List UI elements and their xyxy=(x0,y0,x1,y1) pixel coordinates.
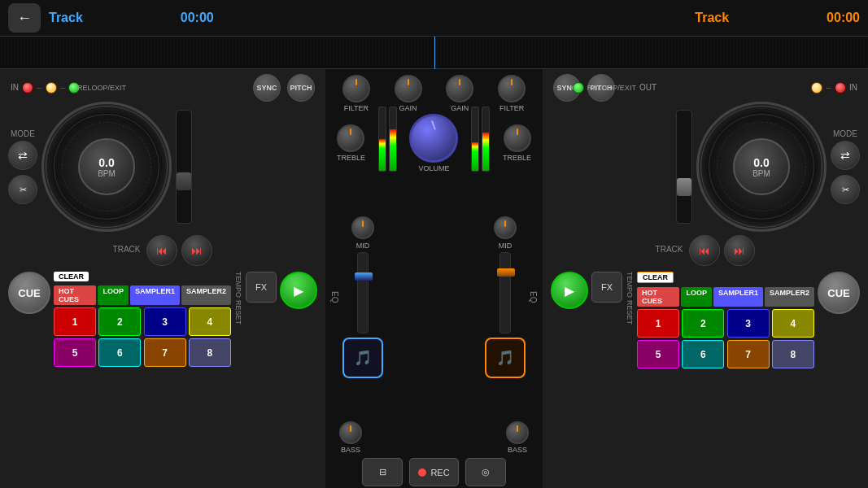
right-bpm-value: 0.0 xyxy=(753,156,769,169)
right-in-led[interactable] xyxy=(835,82,846,94)
left-sampler1-tab[interactable]: SAMPLER1 xyxy=(130,285,180,305)
left-in-led[interactable] xyxy=(22,82,33,94)
left-hot-cues-tab[interactable]: HOT CUES xyxy=(54,285,96,305)
right-out-led[interactable] xyxy=(811,82,822,94)
volume-knob[interactable] xyxy=(409,114,458,163)
left-clear-button[interactable]: CLEAR xyxy=(54,272,89,281)
right-channel-fader[interactable] xyxy=(499,252,511,333)
rec-button[interactable]: REC xyxy=(409,458,458,486)
left-sync-button[interactable]: SYNC xyxy=(253,74,281,102)
left-pad-3[interactable]: 3 xyxy=(144,307,186,336)
right-pad-3[interactable]: 3 xyxy=(727,309,770,338)
gain-right-knob[interactable] xyxy=(446,75,473,102)
right-bottom-controls: CUE CLEAR HOT CUES LOOP SAMPLER1 SAMPLER… xyxy=(547,269,864,371)
left-turntable[interactable]: 0.0 BPM xyxy=(41,102,172,232)
right-pitch-fader[interactable] xyxy=(676,110,692,224)
mid-left-knob[interactable] xyxy=(351,216,374,239)
right-sampler2-tab[interactable]: SAMPLER2 xyxy=(765,287,814,307)
right-in-out-group: – IN xyxy=(811,82,857,94)
left-pad-1[interactable]: 1 xyxy=(54,307,96,336)
vu-meters-right xyxy=(471,115,490,172)
vu-meter-3 xyxy=(471,107,479,172)
eq-left-label: EQ xyxy=(330,291,339,303)
bass-left-label: BASS xyxy=(341,446,360,454)
back-button[interactable]: ← xyxy=(8,3,41,33)
left-track-name: Track xyxy=(49,11,83,25)
left-reset-button[interactable]: RESET xyxy=(234,300,242,325)
right-fader-handle[interactable] xyxy=(497,268,515,277)
left-track-time: 00:00 xyxy=(181,11,214,25)
top-bar: ← Track 00:00 Track 00:00 xyxy=(0,0,868,37)
right-mode-btn-1[interactable]: ⇄ xyxy=(831,141,860,170)
add-library-left-button[interactable]: 🎵 xyxy=(342,338,383,378)
treble-left-label: TREBLE xyxy=(337,154,365,162)
bass-right-knob[interactable] xyxy=(506,421,529,444)
right-clear-button[interactable]: CLEAR xyxy=(637,272,674,283)
target-button[interactable]: ◎ xyxy=(465,458,506,486)
right-pad-7[interactable]: 7 xyxy=(727,340,770,368)
left-prev-track-button[interactable]: ⏮ xyxy=(146,235,177,266)
right-pad-8[interactable]: 8 xyxy=(772,340,814,368)
add-library-right-button[interactable]: 🎵 xyxy=(485,338,526,378)
right-prev-track-button[interactable]: ⏮ xyxy=(689,235,720,266)
left-cue-button[interactable]: CUE xyxy=(8,272,50,314)
left-sampler2-tab[interactable]: SAMPLER2 xyxy=(181,285,231,305)
right-loop-tab[interactable]: LOOP xyxy=(681,287,712,307)
mixer-adjust-button[interactable]: ⊟ xyxy=(362,458,403,486)
left-next-track-button[interactable]: ⏭ xyxy=(181,235,212,266)
right-turntable[interactable]: 0.0 BPM xyxy=(696,102,827,232)
right-pitch-handle[interactable] xyxy=(677,178,691,196)
filter-right-knob[interactable] xyxy=(498,75,526,102)
left-pad-7[interactable]: 7 xyxy=(144,338,186,367)
filter-left-knob[interactable] xyxy=(342,75,370,102)
right-pad-2[interactable]: 2 xyxy=(682,309,724,338)
left-pitch-handle[interactable] xyxy=(177,172,191,190)
right-mode-label: MODE xyxy=(833,129,857,138)
right-channel-fader-area: MID 🎵 xyxy=(485,216,526,378)
left-pad-grid: 1 2 3 4 5 6 7 8 xyxy=(54,307,231,367)
left-pad-4[interactable]: 4 xyxy=(189,307,231,336)
gain-left-knob[interactable] xyxy=(395,75,422,102)
right-pad-5[interactable]: 5 xyxy=(637,340,679,368)
treble-right-knob-container: TREBLE xyxy=(503,124,531,162)
right-fx-button[interactable]: FX xyxy=(591,272,622,303)
right-mode-btn-2[interactable]: ✂ xyxy=(831,175,860,204)
right-hot-cues-tab[interactable]: HOT CUES xyxy=(637,287,679,307)
right-cue-button[interactable]: CUE xyxy=(818,272,860,314)
left-play-button[interactable]: ▶ xyxy=(280,272,317,309)
left-pitch-fader[interactable] xyxy=(176,110,192,224)
left-mode-buttons: ⇄ ✂ xyxy=(8,141,37,204)
left-loop-tab[interactable]: LOOP xyxy=(98,285,129,305)
left-mode-btn-2[interactable]: ✂ xyxy=(8,175,37,204)
gain-right-label: GAIN xyxy=(451,104,469,112)
left-pad-2[interactable]: 2 xyxy=(98,307,141,336)
left-fx-button[interactable]: FX xyxy=(246,272,277,303)
treble-right-knob[interactable] xyxy=(504,124,531,152)
mid-right-knob[interactable] xyxy=(494,216,517,239)
right-green-led[interactable] xyxy=(573,82,584,94)
right-sampler1-tab[interactable]: SAMPLER1 xyxy=(713,287,763,307)
right-reset-button[interactable]: RESET xyxy=(626,300,634,325)
right-pad-6[interactable]: 6 xyxy=(682,340,724,368)
left-fader-handle[interactable] xyxy=(355,272,373,281)
left-pitch-button[interactable]: PITCH xyxy=(287,74,315,102)
treble-left-knob[interactable] xyxy=(337,124,364,152)
right-tempo-label: TEMPO xyxy=(626,272,634,298)
left-mode-btn-1[interactable]: ⇄ xyxy=(8,141,37,170)
left-mode-label: MODE xyxy=(11,129,35,138)
left-channel-fader[interactable] xyxy=(357,252,369,333)
left-pad-8[interactable]: 8 xyxy=(189,338,231,367)
left-out-led[interactable] xyxy=(46,82,57,94)
bass-left-knob[interactable] xyxy=(339,421,362,444)
treble-right-label: TREBLE xyxy=(503,154,531,162)
right-out-label: OUT xyxy=(639,83,656,92)
right-pad-1[interactable]: 1 xyxy=(637,309,679,338)
left-bottom-controls: CUE CLEAR HOT CUES LOOP SAMPLER1 SAMPLER… xyxy=(4,269,321,369)
right-next-track-button[interactable]: ⏭ xyxy=(724,235,755,266)
left-pad-6[interactable]: 6 xyxy=(98,338,141,367)
left-turntable-center: 0.0 BPM xyxy=(78,138,135,195)
right-play-button[interactable]: ▶ xyxy=(551,272,588,309)
right-pad-4[interactable]: 4 xyxy=(772,309,814,338)
left-pad-5[interactable]: 5 xyxy=(54,338,96,367)
left-in-label: IN xyxy=(11,83,19,92)
